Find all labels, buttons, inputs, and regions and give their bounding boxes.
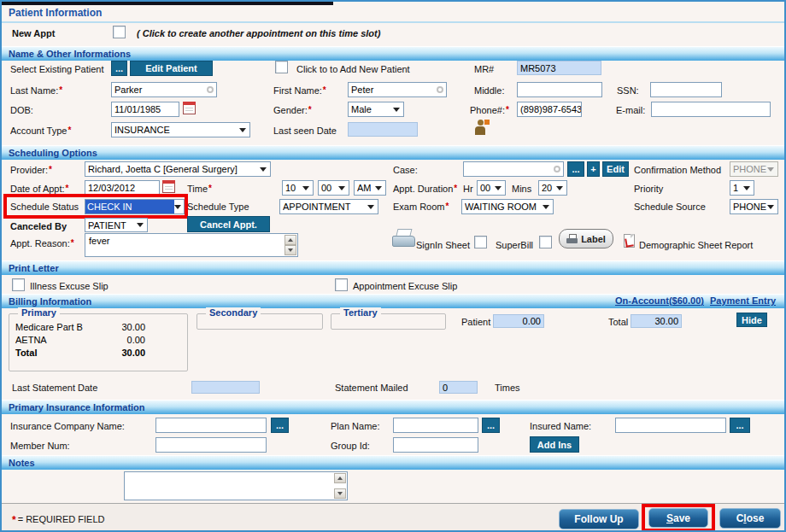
- canceled-by-dropdown[interactable]: PATIENT: [85, 218, 148, 232]
- account-type-label: Account Type: [10, 126, 71, 136]
- scroll-down-icon[interactable]: [284, 245, 296, 255]
- account-type-dropdown[interactable]: INSURANCE: [111, 122, 250, 137]
- asterisk-icon: *: [12, 514, 16, 526]
- group-id-input[interactable]: [393, 437, 478, 453]
- scroll-up-icon[interactable]: [284, 235, 296, 245]
- section-header-scheduling: Scheduling Options: [2, 145, 784, 160]
- schedule-source-dropdown[interactable]: PHONE: [730, 199, 778, 214]
- gender-dropdown[interactable]: Male: [348, 102, 404, 117]
- case-input[interactable]: [463, 161, 564, 177]
- schedule-type-value: APPOINTMENT: [283, 202, 367, 212]
- time-minute-dropdown[interactable]: 00: [318, 180, 349, 196]
- plan-name-input[interactable]: [393, 418, 478, 433]
- confirmation-method-label: Confirmation Method: [634, 165, 721, 175]
- calendar-icon[interactable]: [183, 102, 196, 114]
- case-browse-button[interactable]: ...: [567, 161, 584, 177]
- total-amount: 30.00: [101, 348, 145, 358]
- eligibility-check-icon[interactable]: [473, 120, 490, 135]
- patient-amount-field: 0.00: [493, 314, 544, 328]
- schedule-status-label: Schedule Status: [10, 202, 79, 212]
- provider-label: Provider:: [10, 165, 52, 175]
- signin-sheet-checkbox[interactable]: [474, 236, 487, 248]
- provider-dropdown[interactable]: Richard, Joetta C [General Surgery]: [85, 161, 271, 177]
- plan-name-browse-button[interactable]: ...: [482, 418, 500, 433]
- priority-dropdown[interactable]: 1: [730, 180, 754, 196]
- appt-reason-textarea[interactable]: fever: [85, 233, 298, 257]
- exam-room-dropdown[interactable]: WAITING ROOM: [461, 199, 554, 214]
- time-hour-dropdown[interactable]: 10: [282, 180, 314, 196]
- appointment-excuse-slip-checkbox[interactable]: [335, 278, 348, 291]
- printer-icon[interactable]: [392, 229, 414, 247]
- account-type-value: INSURANCE: [114, 125, 239, 135]
- scroll-down-icon[interactable]: [334, 488, 346, 499]
- section-header-insurance: Primary Insurance Information: [2, 400, 784, 414]
- superbill-checkbox[interactable]: [539, 236, 552, 248]
- close-button[interactable]: Close: [719, 508, 781, 529]
- first-name-label: First Name:: [273, 85, 326, 96]
- save-button[interactable]: Save: [648, 508, 708, 528]
- case-edit-button[interactable]: Edit: [602, 161, 629, 177]
- on-account-link[interactable]: On-Account($60.00): [615, 295, 704, 306]
- gender-label: Gender:: [273, 105, 312, 115]
- case-label: Case:: [393, 165, 418, 175]
- insured-name-browse-button[interactable]: ...: [730, 418, 750, 433]
- hide-button[interactable]: Hide: [736, 313, 767, 327]
- first-name-value: Peter: [351, 85, 373, 95]
- mr-number-label: MR#: [474, 64, 494, 74]
- calendar-icon[interactable]: [162, 180, 175, 193]
- last-name-input[interactable]: Parker: [111, 82, 217, 97]
- label-button[interactable]: Label: [559, 229, 613, 248]
- time-meridiem-dropdown[interactable]: AM: [354, 180, 386, 196]
- dob-label: DOB:: [10, 105, 33, 115]
- last-statement-date-field: [191, 381, 260, 394]
- signin-sheet-label: SignIn Sheet: [416, 240, 470, 250]
- appointment-excuse-slip-label: Appointment Excuse Slip: [353, 281, 457, 291]
- payment-entry-link[interactable]: Payment Entry: [710, 295, 776, 306]
- email-input[interactable]: [651, 102, 771, 117]
- demographic-sheet-report-label: Demographic Sheet Report: [639, 240, 753, 250]
- follow-up-button[interactable]: Follow Up: [559, 509, 639, 529]
- select-patient-browse-button[interactable]: ...: [111, 61, 127, 76]
- required-field-note: *= REQUIRED FIELD: [12, 514, 104, 526]
- case-add-button[interactable]: +: [587, 161, 600, 177]
- illness-excuse-slip-checkbox[interactable]: [12, 278, 25, 291]
- priority-label: Priority: [634, 184, 663, 194]
- notes-textarea[interactable]: [124, 471, 348, 500]
- duration-mins-dropdown[interactable]: 20: [538, 180, 567, 196]
- report-document-icon[interactable]: [624, 234, 635, 248]
- tertiary-legend: Tertiary: [340, 307, 381, 318]
- add-new-patient-checkbox[interactable]: [275, 61, 288, 73]
- time-label: Time: [187, 184, 212, 194]
- time-meridiem-value: AM: [357, 183, 375, 193]
- date-of-appt-label: Date of Appt:: [10, 184, 69, 194]
- ssn-input[interactable]: [650, 82, 722, 97]
- insurance-company-browse-button[interactable]: ...: [271, 418, 289, 433]
- canceled-by-label: Canceled By: [10, 221, 67, 231]
- last-seen-date-field: [348, 122, 418, 137]
- insured-name-input[interactable]: [615, 418, 726, 433]
- middle-name-input[interactable]: [517, 82, 602, 97]
- printer-icon: [566, 234, 578, 243]
- secondary-billing-group: Secondary: [196, 313, 323, 330]
- times-label: Times: [495, 383, 520, 393]
- schedule-status-dropdown[interactable]: CHECK IN: [85, 199, 185, 214]
- cancel-appt-button[interactable]: Cancel Appt.: [187, 216, 270, 232]
- first-name-input[interactable]: Peter: [348, 82, 447, 97]
- time-minute-value: 00: [321, 183, 338, 193]
- member-num-input[interactable]: [155, 437, 267, 453]
- patient-amount-label: Patient: [461, 317, 490, 327]
- add-ins-button[interactable]: Add Ins: [530, 436, 579, 453]
- duration-hr-value: 00: [480, 183, 495, 193]
- schedule-type-dropdown[interactable]: APPOINTMENT: [279, 199, 378, 214]
- insurance-company-input[interactable]: [155, 418, 267, 433]
- new-appt-checkbox[interactable]: [113, 26, 126, 38]
- duration-hr-dropdown[interactable]: 00: [477, 180, 506, 196]
- edit-patient-button[interactable]: Edit Patient: [130, 61, 213, 76]
- dob-input[interactable]: 11/01/1985: [111, 102, 179, 117]
- phone-input[interactable]: (898)987-6543: [517, 102, 582, 117]
- scroll-up-icon[interactable]: [334, 473, 346, 483]
- plan-name-label: Plan Name:: [331, 421, 379, 431]
- confirmation-method-dropdown: PHONE: [730, 161, 778, 177]
- ssn-label: SSN:: [617, 85, 639, 96]
- date-of-appt-input[interactable]: 12/03/2012: [85, 180, 160, 196]
